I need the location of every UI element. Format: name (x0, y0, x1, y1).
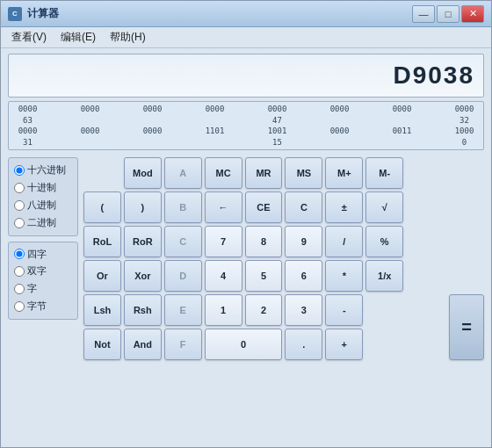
bit-group: 0000 (75, 104, 105, 126)
plusminus-button[interactable]: ± (325, 191, 363, 223)
dot-button[interactable]: . (285, 329, 322, 360)
word-radio-group: 四字 双字 字 字节 (8, 242, 78, 320)
qword-label: 四字 (27, 246, 47, 264)
bit-group: 000063 (12, 104, 43, 126)
oct-radio-label[interactable]: 八进制 (14, 197, 72, 214)
menu-edit[interactable]: 编辑(E) (54, 28, 103, 47)
mr-button[interactable]: MR (245, 157, 283, 189)
dword-radio[interactable] (14, 266, 25, 277)
e-button[interactable]: E (164, 294, 202, 326)
6-button[interactable]: 6 (285, 260, 322, 292)
bit-group: 0000 (199, 104, 230, 126)
bin-label: 二进制 (27, 214, 56, 232)
bit-group: 10000 (449, 126, 480, 148)
qword-radio-label[interactable]: 四字 (14, 246, 72, 264)
3-button[interactable]: 3 (285, 294, 322, 326)
bit-group: 100115 (262, 126, 293, 148)
plus-button[interactable]: + (325, 329, 363, 360)
byte-label: 字节 (27, 298, 47, 315)
main-area: 十六进制 十进制 八进制 二进制 四字 (1, 154, 491, 447)
9-button[interactable]: 9 (285, 226, 322, 257)
dec-label: 十进制 (27, 179, 56, 197)
rol-button[interactable]: RoL (83, 226, 121, 257)
or-button[interactable]: Or (83, 260, 121, 292)
word-radio-label[interactable]: 字 (14, 280, 72, 298)
c-button[interactable]: C (285, 191, 322, 223)
bit-group: 000031 (12, 126, 43, 148)
window-controls: — □ ✕ (412, 5, 484, 23)
bin-radio-label[interactable]: 二进制 (14, 214, 72, 232)
5-button[interactable]: 5 (245, 260, 283, 292)
2-button[interactable]: 2 (245, 294, 283, 326)
menu-view[interactable]: 查看(V) (4, 28, 54, 47)
word-label-text: 字 (27, 280, 37, 298)
mod-button[interactable]: Mod (124, 157, 162, 189)
bin-radio[interactable] (14, 218, 25, 228)
sqrt-button[interactable]: √ (365, 191, 403, 223)
dec-radio[interactable] (14, 183, 25, 193)
4-button[interactable]: 4 (205, 260, 242, 292)
1-button[interactable]: 1 (205, 294, 242, 326)
close-button[interactable]: ✕ (461, 5, 484, 23)
bit-group: 0000 (137, 104, 168, 126)
mul-button[interactable]: * (325, 260, 363, 292)
maximize-button[interactable]: □ (437, 5, 459, 23)
0-button[interactable]: 0 (205, 329, 283, 360)
minimize-button[interactable]: — (412, 5, 435, 23)
qword-radio[interactable] (14, 249, 25, 259)
xor-button[interactable]: Xor (124, 260, 162, 292)
b-button[interactable]: B (164, 191, 202, 223)
mminus-button[interactable]: M- (365, 157, 403, 189)
bit-group: 0000 (137, 126, 168, 148)
lsh-button[interactable]: Lsh (83, 294, 121, 326)
hex-radio[interactable] (14, 165, 25, 176)
hex-radio-label[interactable]: 十六进制 (14, 162, 72, 179)
mplus-button[interactable]: M+ (325, 157, 363, 189)
bit-group: 0000 (324, 104, 355, 126)
oct-label: 八进制 (27, 197, 56, 214)
ms-button[interactable]: MS (285, 157, 322, 189)
menu-bar: 查看(V) 编辑(E) 帮助(H) (1, 27, 491, 48)
dword-radio-label[interactable]: 双字 (14, 263, 72, 280)
ror-button[interactable]: RoR (124, 226, 162, 257)
reciprocal-button[interactable]: 1/x (365, 260, 403, 292)
hex-label: 十六进制 (27, 162, 66, 179)
bit-group: 000032 (449, 104, 480, 126)
menu-help[interactable]: 帮助(H) (103, 28, 153, 47)
display: D9038 (8, 54, 484, 98)
mod2-button[interactable]: % (365, 226, 403, 257)
empty-btn (83, 157, 121, 189)
bit-group: 0000 (75, 126, 105, 148)
calculator-window: C 计算器 — □ ✕ 查看(V) 编辑(E) 帮助(H) D9038 0000… (0, 0, 492, 448)
bit-row-2: 000031 0000 0000 1101 100115 0000 0011 1… (12, 126, 480, 148)
d-button[interactable]: D (164, 260, 202, 292)
left-panel: 十六进制 十进制 八进制 二进制 四字 (8, 157, 78, 444)
equals-button[interactable]: = (449, 294, 484, 360)
bit-group: 1101 (199, 126, 230, 148)
8-button[interactable]: 8 (245, 226, 283, 257)
minus-button[interactable]: - (325, 294, 363, 326)
div-button[interactable]: / (325, 226, 363, 257)
window-title: 计算器 (27, 6, 412, 21)
title-bar: C 计算器 — □ ✕ (1, 1, 491, 27)
mc-button[interactable]: MC (205, 157, 242, 189)
dword-label: 双字 (27, 263, 47, 280)
backspace-button[interactable]: ← (205, 191, 242, 223)
bit-group: 0011 (387, 126, 417, 148)
rparen-button[interactable]: ) (124, 191, 162, 223)
dec-radio-label[interactable]: 十进制 (14, 179, 72, 197)
not-button[interactable]: Not (83, 329, 121, 360)
oct-radio[interactable] (14, 200, 25, 211)
a-button[interactable]: A (164, 157, 202, 189)
word-radio[interactable] (14, 284, 25, 294)
lparen-button[interactable]: ( (83, 191, 121, 223)
bit-group: 0000 (324, 126, 355, 148)
c-hex-button[interactable]: C (164, 226, 202, 257)
rsh-button[interactable]: Rsh (124, 294, 162, 326)
byte-radio-label[interactable]: 字节 (14, 298, 72, 315)
f-button[interactable]: F (164, 329, 202, 360)
7-button[interactable]: 7 (205, 226, 242, 257)
ce-button[interactable]: CE (245, 191, 283, 223)
and-button[interactable]: And (124, 329, 162, 360)
byte-radio[interactable] (14, 301, 25, 312)
